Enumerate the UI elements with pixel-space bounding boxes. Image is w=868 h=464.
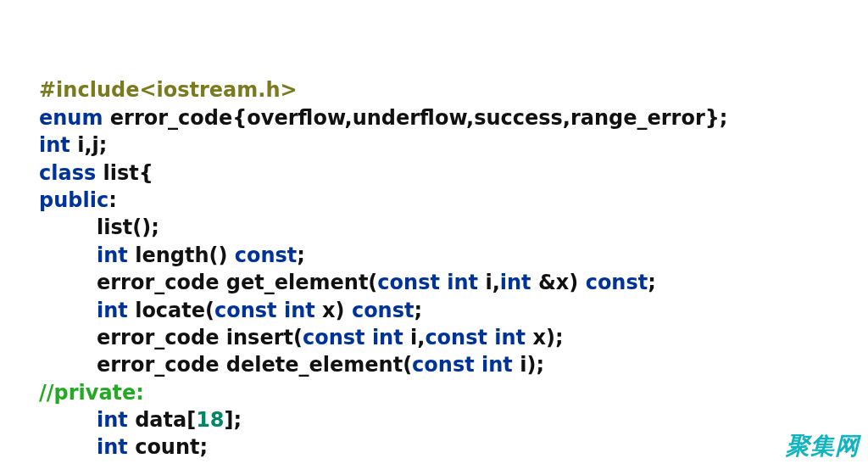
kw-const: const: [412, 353, 475, 377]
semi: ;: [648, 271, 656, 294]
array-size: 18: [196, 408, 224, 432]
arg-i: i,: [485, 271, 499, 294]
kw-int: int: [500, 271, 531, 294]
kw-int: int: [97, 408, 128, 432]
kw-int: int: [481, 353, 513, 377]
method-locate: locate(: [135, 299, 214, 322]
kw-const: const: [303, 326, 365, 349]
kw-const: const: [377, 271, 440, 294]
enum-body: {overflow,underflow,success,range_error}…: [232, 106, 727, 130]
kw-int: int: [447, 271, 478, 294]
class-name: list: [103, 161, 139, 185]
arg-i: i,: [410, 326, 425, 349]
array-close: ];: [225, 408, 242, 432]
count-var: count;: [135, 435, 208, 459]
data-array: data[: [135, 408, 196, 432]
arg-x: &x): [538, 271, 578, 294]
kw-int: int: [97, 299, 128, 322]
semi: ;: [414, 299, 422, 322]
comment-private: //private:: [39, 381, 144, 405]
kw-int: int: [97, 243, 128, 267]
ctor-decl: list();: [97, 215, 159, 239]
kw-class: class: [39, 161, 96, 185]
method-get-prefix: error_code get_element(: [97, 271, 377, 294]
kw-int: int: [284, 299, 315, 322]
colon: :: [108, 188, 117, 212]
kw-const: const: [586, 271, 648, 294]
kw-int: int: [97, 435, 128, 459]
kw-const: const: [352, 299, 415, 322]
arg-x: x): [322, 299, 344, 322]
preproc-line: #include<iostream.h>: [39, 78, 298, 102]
method-insert-prefix: error_code insert(: [97, 326, 303, 349]
kw-const: const: [425, 326, 487, 349]
arg-i: i);: [520, 353, 544, 377]
kw-const: const: [214, 299, 277, 322]
kw-int: int: [494, 326, 526, 349]
kw-int: int: [39, 133, 70, 157]
kw-int: int: [372, 326, 403, 349]
brace-open: {: [139, 161, 153, 185]
code-block: #include<iostream.h> enum error_code{ove…: [0, 0, 868, 464]
kw-enum: enum: [39, 106, 103, 130]
watermark-text: 聚集网: [786, 430, 860, 462]
method-length: length(): [135, 243, 227, 267]
method-delete-prefix: error_code delete_element(: [97, 353, 412, 377]
var-decl: i,j;: [77, 133, 107, 157]
arg-x: x);: [532, 326, 563, 349]
kw-public: public: [39, 188, 108, 212]
enum-name: error_code: [110, 106, 232, 130]
kw-const: const: [235, 243, 298, 267]
semi: ;: [297, 243, 305, 267]
